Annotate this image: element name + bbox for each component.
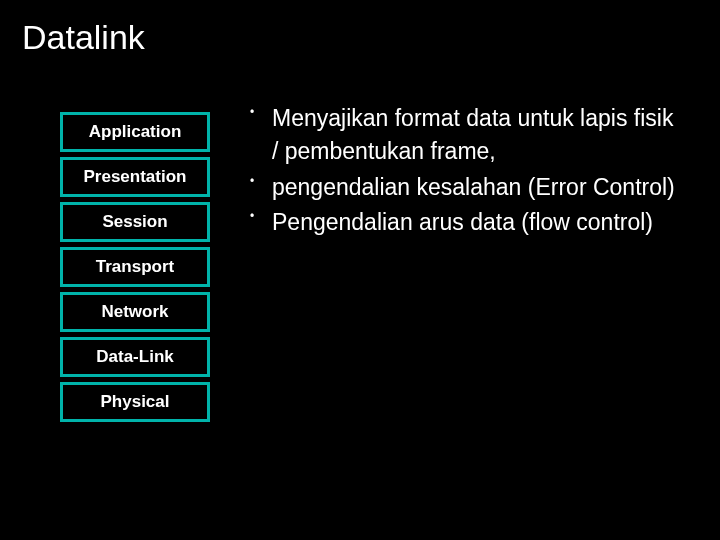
bullet-text: Menyajikan format data untuk lapis fisik… <box>272 102 680 169</box>
slide-title: Datalink <box>22 18 690 57</box>
bullet-item: • pengendalian kesalahan (Error Control) <box>250 171 680 204</box>
layer-presentation: Presentation <box>60 157 210 197</box>
bullet-marker-icon: • <box>250 206 272 225</box>
bullet-text: pengendalian kesalahan (Error Control) <box>272 171 680 204</box>
bullet-marker-icon: • <box>250 171 272 190</box>
layer-application: Application <box>60 112 210 152</box>
layer-datalink: Data-Link <box>60 337 210 377</box>
slide: Datalink Application Presentation Sessio… <box>0 0 720 540</box>
bullet-list: • Menyajikan format data untuk lapis fis… <box>250 102 690 422</box>
layer-physical: Physical <box>60 382 210 422</box>
osi-layer-stack: Application Presentation Session Transpo… <box>60 112 210 422</box>
bullet-item: • Menyajikan format data untuk lapis fis… <box>250 102 680 169</box>
layer-network: Network <box>60 292 210 332</box>
layer-session: Session <box>60 202 210 242</box>
layer-transport: Transport <box>60 247 210 287</box>
bullet-text: Pengendalian arus data (flow control) <box>272 206 680 239</box>
content-area: Application Presentation Session Transpo… <box>30 102 690 422</box>
bullet-marker-icon: • <box>250 102 272 121</box>
bullet-item: • Pengendalian arus data (flow control) <box>250 206 680 239</box>
